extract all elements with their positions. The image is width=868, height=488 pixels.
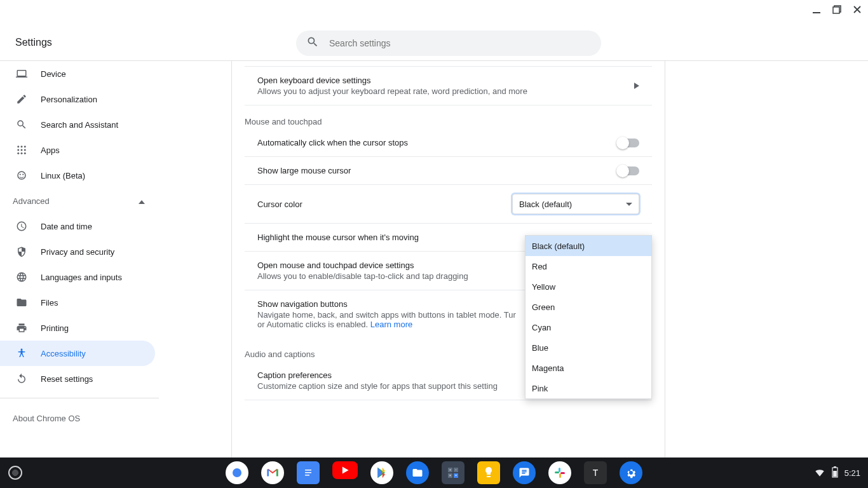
shelf-app-settings[interactable] — [620, 461, 642, 484]
status-tray[interactable]: 5:21 — [814, 466, 860, 480]
shelf-app-chrome[interactable] — [226, 461, 248, 484]
shelf-app-terminal[interactable]: T — [584, 461, 607, 484]
sidebar-item-label: Printing — [41, 323, 69, 333]
sidebar-item-reset[interactable]: Reset settings — [0, 366, 155, 391]
svg-rect-19 — [305, 475, 309, 476]
sidebar-section-label: Advanced — [13, 196, 50, 206]
svg-rect-30 — [559, 473, 561, 478]
launcher-button[interactable] — [0, 458, 31, 488]
svg-point-11 — [24, 152, 26, 154]
svg-point-5 — [24, 146, 26, 147]
dropdown-option[interactable]: Blue — [526, 337, 651, 358]
sidebar-item-privacy[interactable]: Privacy and security — [0, 239, 155, 264]
search-field[interactable] — [296, 30, 601, 56]
page-title: Settings — [15, 37, 52, 48]
sidebar-item-search-assistant[interactable]: Search and Assistant — [0, 112, 155, 137]
sidebar-item-label: Languages and inputs — [41, 273, 122, 282]
sidebar-item-device[interactable]: Device — [0, 61, 155, 86]
sidebar-item-label: Accessibility — [41, 349, 86, 358]
learn-more-link[interactable]: Learn more — [370, 320, 412, 329]
dropdown-option[interactable]: Pink — [526, 378, 651, 398]
svg-point-14 — [22, 173, 24, 175]
svg-text:×: × — [449, 473, 451, 477]
svg-point-10 — [21, 152, 23, 154]
shelf-app-docs[interactable] — [297, 461, 320, 484]
row-title: Cursor color — [257, 200, 502, 209]
sidebar-item-languages[interactable]: Languages and inputs — [0, 264, 155, 290]
clock-icon — [15, 220, 28, 233]
shelf-app-keep[interactable] — [477, 461, 500, 484]
section-mouse-touchpad: Mouse and touchpad — [245, 105, 652, 129]
sidebar-item-apps[interactable]: Apps — [0, 137, 155, 163]
svg-point-13 — [20, 173, 21, 175]
shelf-app-gmail[interactable] — [261, 461, 284, 484]
sidebar-item-label: Reset settings — [41, 374, 93, 384]
row-title: Automatically click when the cursor stop… — [257, 138, 607, 147]
sidebar-item-printing[interactable]: Printing — [0, 315, 155, 341]
sidebar: Device Personalization Search and Assist… — [0, 61, 159, 458]
row-auto-click: Automatically click when the cursor stop… — [245, 129, 652, 157]
svg-point-6 — [17, 149, 19, 151]
shelf-app-files[interactable] — [406, 461, 429, 484]
dropdown-option[interactable]: Cyan — [526, 317, 651, 337]
select-cursor-color[interactable]: Black (default) — [512, 194, 639, 214]
linux-icon — [15, 169, 28, 182]
chevron-right-icon — [634, 83, 639, 89]
dropdown-option[interactable]: Yellow — [526, 276, 651, 297]
launcher-icon — [8, 466, 22, 480]
search-input[interactable] — [329, 38, 591, 48]
shelf-app-messages[interactable] — [513, 461, 536, 484]
sidebar-item-label: Personalization — [41, 95, 97, 104]
row-title: Open keyboard device settings — [257, 76, 624, 85]
dropdown-cursor-color[interactable]: Black (default) Red Yellow Green Cyan Bl… — [525, 235, 652, 399]
sidebar-item-label: Device — [41, 69, 66, 79]
chevron-down-icon — [626, 203, 632, 206]
clock-text: 5:21 — [844, 468, 860, 478]
svg-rect-28 — [559, 468, 560, 472]
pencil-icon — [15, 93, 28, 105]
row-title: Show large mouse cursor — [257, 166, 607, 175]
shield-icon — [15, 245, 28, 258]
sidebar-item-linux[interactable]: Linux (Beta) — [0, 163, 155, 188]
sidebar-item-label: Apps — [41, 146, 60, 155]
sidebar-item-accessibility[interactable]: Accessibility — [0, 341, 155, 366]
shelf-app-play[interactable] — [370, 461, 393, 484]
sidebar-section-advanced[interactable]: Advanced — [0, 188, 159, 214]
shelf-app-slack[interactable] — [548, 461, 571, 484]
svg-point-15 — [21, 349, 23, 351]
sidebar-item-files[interactable]: Files — [0, 290, 155, 315]
divider — [0, 398, 159, 398]
row-keyboard-settings[interactable]: Open keyboard device settings Allows you… — [245, 67, 652, 105]
svg-point-9 — [17, 152, 19, 154]
svg-rect-17 — [305, 470, 311, 471]
sidebar-item-about[interactable]: About Chrome OS — [0, 405, 159, 432]
toggle-auto-click[interactable] — [618, 139, 639, 147]
dropdown-option[interactable]: Red — [526, 256, 651, 276]
row-large-cursor: Show large mouse cursor — [245, 157, 652, 185]
row-subtitle: Allows you to adjust your keyboard repea… — [257, 86, 624, 96]
svg-text:+: + — [449, 468, 451, 471]
dropdown-option[interactable]: Green — [526, 297, 651, 317]
apps-grid-icon — [15, 144, 28, 156]
accessibility-icon — [15, 347, 28, 360]
dropdown-option[interactable]: Black (default) — [526, 236, 651, 256]
folder-icon — [15, 296, 28, 309]
sidebar-item-date-time[interactable]: Date and time — [0, 214, 155, 239]
shelf-app-youtube[interactable] — [332, 461, 358, 479]
row-cursor-color: Cursor color Black (default) — [245, 185, 652, 224]
svg-rect-18 — [305, 472, 311, 473]
sidebar-item-label: Files — [41, 298, 58, 308]
search-icon — [306, 36, 319, 51]
reset-icon — [15, 372, 28, 385]
svg-point-3 — [17, 146, 19, 147]
sidebar-item-personalization[interactable]: Personalization — [0, 86, 155, 112]
dropdown-option[interactable]: Magenta — [526, 358, 651, 378]
toggle-large-cursor[interactable] — [618, 166, 639, 175]
sidebar-item-label: Search and Assistant — [41, 120, 118, 130]
shelf-app-calculator[interactable]: +−×= — [442, 461, 465, 484]
svg-point-7 — [21, 149, 23, 151]
svg-point-8 — [24, 149, 26, 151]
svg-rect-29 — [555, 471, 559, 473]
shelf: +−×= T 5:21 — [0, 458, 868, 488]
header: Settings — [0, 0, 868, 61]
